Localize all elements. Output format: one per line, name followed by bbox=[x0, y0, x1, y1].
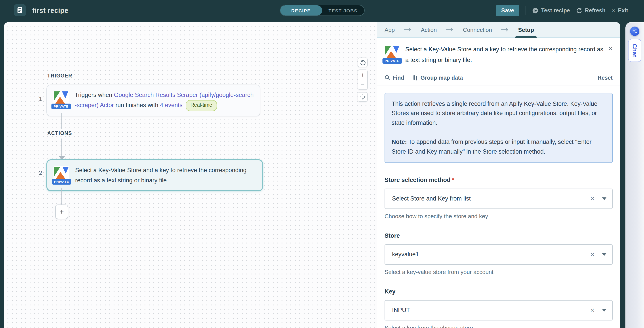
fit-view-icon bbox=[360, 94, 366, 100]
zoom-out-button[interactable]: − bbox=[358, 80, 367, 89]
ai-assistant-button[interactable] bbox=[630, 27, 639, 36]
panel-title-row: PRIVATE Select a Key-Value Store and a k… bbox=[377, 38, 620, 71]
field-label: Store bbox=[384, 232, 612, 239]
chevron-down-icon[interactable] bbox=[602, 309, 606, 312]
zoom-controls: + − bbox=[358, 70, 368, 90]
trigger-section-label: TRIGGER bbox=[47, 73, 72, 78]
sparkles-icon bbox=[632, 28, 638, 34]
search-icon bbox=[384, 75, 390, 81]
panel-toolbar: Find Group map data Reset bbox=[377, 71, 620, 85]
field-store-selection-method: Store selection method* Select Store and… bbox=[384, 177, 612, 220]
field-helper: Choose how to specify the store and key bbox=[384, 213, 612, 220]
save-button[interactable]: Save bbox=[496, 5, 519, 16]
arrow-right-icon bbox=[446, 28, 454, 32]
apify-logo: PRIVATE bbox=[54, 166, 70, 182]
play-circle-icon bbox=[532, 7, 538, 14]
close-panel-icon[interactable]: × bbox=[608, 45, 612, 52]
close-icon: × bbox=[612, 7, 615, 14]
reset-button[interactable]: Reset bbox=[598, 75, 612, 81]
tab-app[interactable]: App bbox=[384, 22, 395, 38]
chat-toggle-button[interactable]: Chat bbox=[628, 39, 641, 62]
test-recipe-button[interactable]: Test recipe bbox=[532, 7, 570, 14]
group-map-data-button[interactable]: Group map data bbox=[413, 75, 463, 81]
required-asterisk: * bbox=[452, 177, 454, 183]
events-link[interactable]: 4 events bbox=[160, 102, 182, 108]
clear-icon[interactable]: × bbox=[586, 195, 598, 203]
tab-setup[interactable]: Setup bbox=[518, 22, 534, 38]
reset-view-icon bbox=[359, 59, 366, 66]
connector-line bbox=[62, 113, 62, 129]
store-selection-method-select[interactable]: Select Store and Key from list × bbox=[384, 189, 612, 209]
divider bbox=[526, 6, 526, 15]
chevron-down-icon[interactable] bbox=[602, 253, 606, 256]
info-paragraph: This action retrieves a single record fr… bbox=[392, 99, 606, 128]
recipe-icon[interactable] bbox=[14, 4, 26, 16]
trigger-step-text: Triggers when Google Search Results Scra… bbox=[75, 90, 254, 111]
find-button[interactable]: Find bbox=[384, 75, 404, 81]
panel-title: Select a Key-Value Store and a key to re… bbox=[405, 44, 605, 66]
private-badge: PRIVATE bbox=[52, 104, 71, 109]
field-helper: Select a key from the chosen store bbox=[384, 324, 612, 328]
exit-button[interactable]: × Exit bbox=[612, 7, 628, 14]
chat-rail: Chat bbox=[626, 22, 644, 328]
tab-test-jobs[interactable]: TEST JOBS bbox=[322, 5, 364, 16]
field-key: Key INPUT × Select a key from the chosen… bbox=[384, 288, 612, 328]
trigger-step-card[interactable]: PRIVATE Triggers when Google Search Resu… bbox=[46, 85, 260, 116]
mode-toggle: RECIPE TEST JOBS bbox=[280, 5, 364, 16]
refresh-icon bbox=[576, 7, 582, 14]
step-2-number: 2 bbox=[39, 170, 42, 176]
panel-body: This action retrieves a single record fr… bbox=[377, 85, 620, 328]
apify-logo: PRIVATE bbox=[53, 91, 69, 107]
recipe-builder-app: first recipe RECIPE TEST JOBS Save Test … bbox=[0, 0, 644, 328]
chat-label: Chat bbox=[632, 44, 638, 57]
zoom-in-button[interactable]: + bbox=[358, 70, 367, 79]
tab-recipe[interactable]: RECIPE bbox=[280, 5, 322, 16]
add-step-button[interactable]: + bbox=[55, 205, 68, 219]
field-store: Store keyvalue1 × Select a key-value sto… bbox=[384, 232, 612, 275]
step-1-number: 1 bbox=[39, 96, 42, 102]
connector-line bbox=[62, 138, 62, 157]
field-label: Store selection method* bbox=[384, 177, 612, 183]
clear-icon[interactable]: × bbox=[586, 251, 598, 258]
fit-view-button[interactable] bbox=[358, 92, 368, 102]
select-value: Select Store and Key from list bbox=[392, 196, 586, 202]
group-bars-icon bbox=[413, 75, 418, 81]
private-badge: PRIVATE bbox=[382, 58, 402, 64]
document-list-icon bbox=[16, 7, 24, 14]
refresh-button[interactable]: Refresh bbox=[576, 7, 606, 14]
chevron-down-icon[interactable] bbox=[602, 197, 606, 200]
tab-action[interactable]: Action bbox=[421, 22, 437, 38]
actions-section-label: ACTIONS bbox=[47, 131, 72, 136]
action-step-card-selected[interactable]: PRIVATE Select a Key-Value Store and a k… bbox=[46, 159, 263, 192]
field-helper: Select a key-value store from your accou… bbox=[384, 269, 612, 275]
select-value: keyvalue1 bbox=[392, 251, 586, 258]
realtime-badge: Real-time bbox=[186, 100, 217, 111]
action-step-text: Select a Key-Value Store and a key to re… bbox=[75, 165, 256, 186]
page-title: first recipe bbox=[32, 0, 68, 21]
arrow-right-icon bbox=[404, 28, 412, 32]
info-note: Note: To append data from previous steps… bbox=[392, 137, 606, 156]
field-label: Key bbox=[384, 288, 612, 295]
arrow-right-icon bbox=[501, 28, 509, 32]
topbar: first recipe RECIPE TEST JOBS Save Test … bbox=[0, 0, 644, 21]
select-value: INPUT bbox=[392, 307, 586, 314]
tab-connection[interactable]: Connection bbox=[463, 22, 492, 38]
info-box: This action retrieves a single record fr… bbox=[384, 93, 612, 163]
topbar-actions: Save Test recipe Refresh × Exit bbox=[496, 0, 628, 21]
connector-line bbox=[62, 188, 62, 205]
store-select[interactable]: keyvalue1 × bbox=[384, 244, 612, 265]
apify-logo: PRIVATE bbox=[384, 45, 400, 61]
private-badge: PRIVATE bbox=[52, 179, 71, 185]
step-config-panel: App Action Connection Setup bbox=[377, 22, 620, 328]
key-select[interactable]: INPUT × bbox=[384, 300, 612, 320]
reset-view-button[interactable] bbox=[358, 58, 368, 67]
config-breadcrumb: App Action Connection Setup bbox=[377, 22, 620, 38]
clear-icon[interactable]: × bbox=[586, 306, 598, 314]
